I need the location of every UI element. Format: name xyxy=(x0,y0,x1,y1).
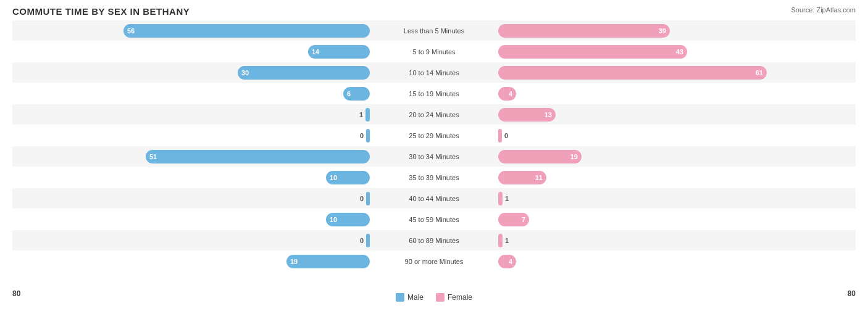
male-bar: 10 xyxy=(326,171,370,184)
row-label: 5 to 9 Minutes xyxy=(372,48,496,56)
row-label: 60 to 89 Minutes xyxy=(372,237,496,244)
male-value-inside: 6 xyxy=(347,90,351,97)
left-section: 0 xyxy=(12,188,372,208)
male-value-inside: 10 xyxy=(330,216,337,223)
right-section: 4 xyxy=(496,83,856,104)
right-section: 13 xyxy=(496,104,856,125)
female-value-inside: 61 xyxy=(756,69,763,76)
left-section: 0 xyxy=(12,125,372,146)
chart-row: 025 to 29 Minutes0 xyxy=(12,125,856,146)
female-value-inside: 11 xyxy=(535,174,543,181)
male-bar xyxy=(366,129,370,142)
male-bar: 6 xyxy=(343,87,370,101)
chart-row: 5130 to 34 Minutes19 xyxy=(12,146,856,167)
right-section: 1 xyxy=(496,230,856,250)
female-bar: 4 xyxy=(498,255,516,268)
left-section: 19 xyxy=(12,251,372,271)
chart-row: 1990 or more Minutes4 xyxy=(12,251,856,271)
male-value-inside: 19 xyxy=(290,258,298,265)
row-label: 90 or more Minutes xyxy=(372,258,496,265)
row-label: 45 to 59 Minutes xyxy=(372,216,496,223)
row-label: 15 to 19 Minutes xyxy=(372,90,496,97)
female-bar xyxy=(498,234,503,247)
male-bar: 51 xyxy=(146,150,370,163)
male-value-inside: 56 xyxy=(127,27,135,35)
female-bar: 43 xyxy=(498,45,687,59)
male-bar: 19 xyxy=(286,255,370,268)
row-label: 40 to 44 Minutes xyxy=(372,195,496,202)
female-value-inside: 7 xyxy=(522,216,525,223)
right-section: 0 xyxy=(496,125,856,146)
legend-female: Female xyxy=(436,293,472,302)
axis-left: 80 xyxy=(12,289,20,302)
male-value-outside: 1 xyxy=(359,111,363,118)
row-label: 30 to 34 Minutes xyxy=(372,153,496,160)
female-value-outside: 0 xyxy=(504,132,508,139)
right-section: 4 xyxy=(496,251,856,271)
male-bar: 30 xyxy=(238,66,370,80)
legend-male-label: Male xyxy=(407,293,424,302)
chart-row: 145 to 9 Minutes43 xyxy=(12,41,856,62)
female-bar xyxy=(498,192,503,205)
chart-title: COMMUTE TIME BY SEX IN BETHANY xyxy=(12,6,856,17)
right-section: 43 xyxy=(496,41,856,62)
chart-row: 040 to 44 Minutes1 xyxy=(12,188,856,208)
chart-row: 3010 to 14 Minutes61 xyxy=(12,62,856,83)
right-section: 11 xyxy=(496,167,856,188)
male-value-outside: 0 xyxy=(360,237,364,244)
male-bar xyxy=(366,192,370,205)
male-color-box xyxy=(396,293,404,302)
axis-right: 80 xyxy=(848,289,856,302)
male-bar xyxy=(366,234,370,247)
left-section: 56 xyxy=(12,20,372,41)
row-label: Less than 5 Minutes xyxy=(372,27,496,35)
female-bar: 13 xyxy=(498,108,556,122)
female-value-outside: 1 xyxy=(505,237,509,244)
chart-row: 615 to 19 Minutes4 xyxy=(12,83,856,104)
female-value-inside: 4 xyxy=(509,258,512,265)
chart-row: 060 to 89 Minutes1 xyxy=(12,230,856,250)
chart-row: 1035 to 39 Minutes11 xyxy=(12,167,856,188)
female-value-inside: 39 xyxy=(659,27,666,35)
female-value-inside: 13 xyxy=(545,111,552,118)
row-label: 25 to 29 Minutes xyxy=(372,132,496,139)
row-label: 35 to 39 Minutes xyxy=(372,174,496,181)
right-section: 19 xyxy=(496,146,856,167)
chart-row: 56Less than 5 Minutes39 xyxy=(12,20,856,41)
male-bar: 56 xyxy=(123,24,370,38)
female-bar: 4 xyxy=(498,87,516,101)
left-section: 6 xyxy=(12,83,372,104)
male-value-outside: 0 xyxy=(360,195,364,202)
male-bar xyxy=(365,108,370,122)
row-label: 20 to 24 Minutes xyxy=(372,111,496,118)
female-bar: 61 xyxy=(498,66,767,80)
row-label: 10 to 14 Minutes xyxy=(372,69,496,76)
female-bar xyxy=(498,129,502,142)
axis-labels: 80 Male Female 80 xyxy=(12,287,856,302)
female-bar: 11 xyxy=(498,171,546,184)
male-value-inside: 10 xyxy=(330,174,337,181)
female-value-outside: 1 xyxy=(505,195,509,202)
source-label: Source: ZipAtlas.com xyxy=(791,6,856,14)
legend-female-label: Female xyxy=(448,293,472,302)
female-bar: 39 xyxy=(498,24,670,38)
left-section: 30 xyxy=(12,62,372,83)
left-section: 14 xyxy=(12,41,372,62)
left-section: 1 xyxy=(12,104,372,125)
female-color-box xyxy=(436,293,444,302)
female-bar: 19 xyxy=(498,150,582,163)
chart-row: 120 to 24 Minutes13 xyxy=(12,104,856,125)
right-section: 1 xyxy=(496,188,856,208)
chart-row: 1045 to 59 Minutes7 xyxy=(12,209,856,229)
male-value-outside: 0 xyxy=(360,132,364,139)
right-section: 39 xyxy=(496,20,856,41)
male-bar: 14 xyxy=(308,45,370,59)
right-section: 61 xyxy=(496,62,856,83)
chart-area: 56Less than 5 Minutes39145 to 9 Minutes4… xyxy=(12,20,856,286)
left-section: 51 xyxy=(12,146,372,167)
male-value-inside: 51 xyxy=(149,153,157,160)
legend-male: Male xyxy=(396,293,424,302)
left-section: 0 xyxy=(12,230,372,250)
female-value-inside: 43 xyxy=(676,48,683,56)
right-section: 7 xyxy=(496,209,856,229)
